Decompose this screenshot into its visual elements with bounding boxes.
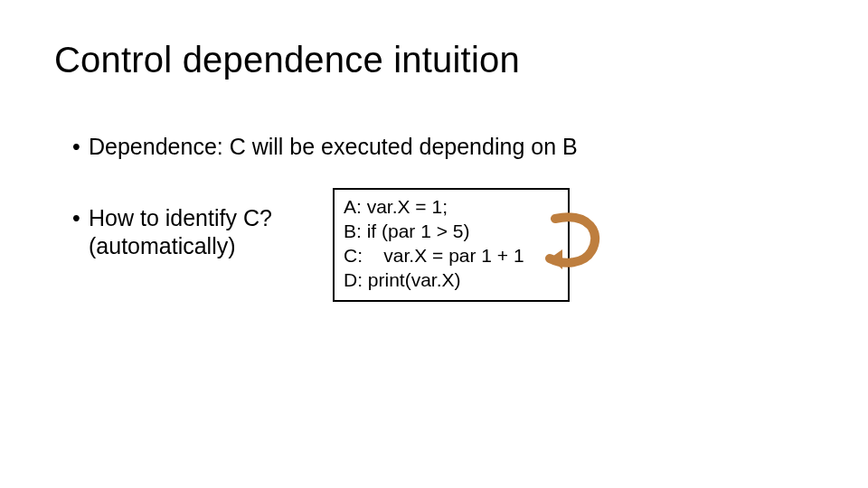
code-box: A: var.X = 1; B: if (par 1 > 5) C: var.X…	[333, 188, 570, 302]
bullet-text-line2: (automatically)	[89, 233, 236, 258]
bullet-dependence: •Dependence: C will be executed dependin…	[72, 134, 578, 160]
code-line-b: B: if (par 1 > 5)	[344, 221, 469, 241]
bullet-dot: •	[72, 204, 89, 232]
code-line-a: A: var.X = 1;	[344, 196, 448, 217]
code-line-d: D: print(var.X)	[344, 269, 461, 290]
bullet-dot: •	[72, 134, 89, 160]
bullet-text-line1: How to identify C?	[89, 205, 272, 230]
slide-title: Control dependence intuition	[54, 40, 520, 80]
bullet-indent	[72, 232, 89, 260]
slide: Control dependence intuition •Dependence…	[0, 0, 868, 488]
bullet-text: Dependence: C will be executed depending…	[89, 134, 578, 159]
bullet-how-to-identify: •How to identify C? (automatically)	[72, 204, 272, 261]
code-line-c: C: var.X = par 1 + 1	[344, 245, 524, 266]
